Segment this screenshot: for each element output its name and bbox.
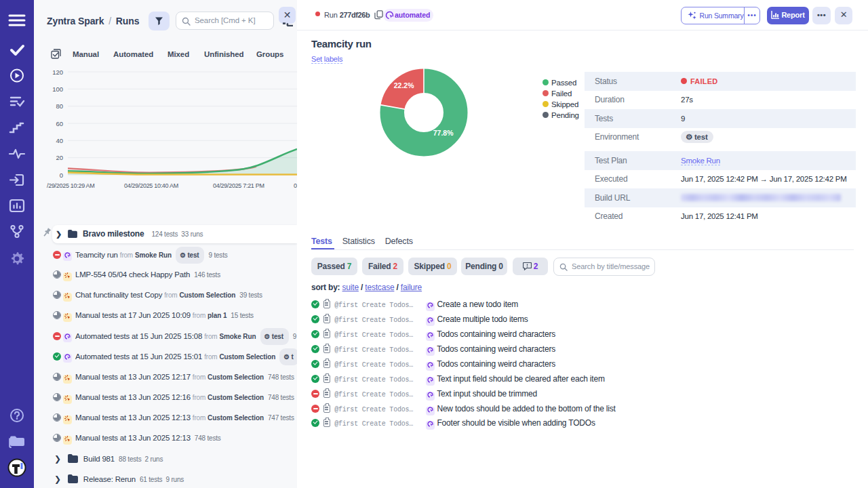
svg-text:120: 120 bbox=[52, 68, 63, 76]
svg-text:100: 100 bbox=[52, 85, 63, 93]
svg-text:20: 20 bbox=[56, 154, 63, 161]
svg-text:77.8%: 77.8% bbox=[433, 129, 454, 137]
svg-text:04/29/2025 10:40 AM: 04/29/2025 10:40 AM bbox=[124, 182, 178, 189]
svg-text:0: 0 bbox=[60, 171, 63, 179]
svg-text:40: 40 bbox=[56, 137, 63, 144]
svg-text:/29/2025 10:29 AM: /29/2025 10:29 AM bbox=[47, 182, 94, 189]
svg-text:04/29/2025 7:21 PM: 04/29/2025 7:21 PM bbox=[213, 182, 264, 189]
svg-text:22.2%: 22.2% bbox=[394, 81, 414, 89]
svg-text:80: 80 bbox=[56, 102, 63, 110]
svg-text:60: 60 bbox=[56, 120, 63, 127]
